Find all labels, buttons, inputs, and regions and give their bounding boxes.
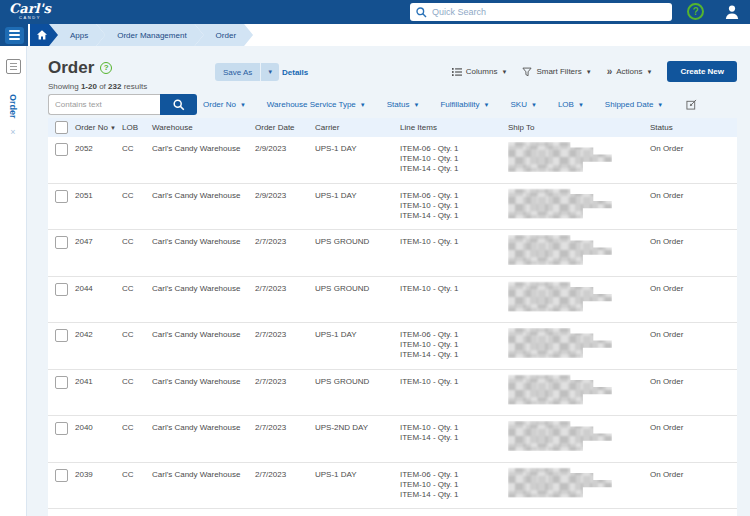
table-row[interactable]: 2047 CC Carl's Candy Warehouse 2/7/2023 … bbox=[48, 230, 737, 277]
filter-order-no[interactable]: Order No▼ bbox=[203, 100, 246, 109]
cell-line-items: ITEM-06 - Qty. 1ITEM-10 - Qty. 1ITEM-14 … bbox=[400, 184, 508, 230]
table-row[interactable]: 2042 CC Carl's Candy Warehouse 2/7/2023 … bbox=[48, 323, 737, 370]
line-item: ITEM-14 - Qty. 1 bbox=[400, 433, 508, 443]
cell-order-no[interactable]: 2041 bbox=[75, 370, 122, 416]
funnel-icon bbox=[522, 67, 532, 77]
table-row[interactable]: 2041 CC Carl's Candy Warehouse 2/7/2023 … bbox=[48, 370, 737, 417]
line-item: ITEM-06 - Qty. 1 bbox=[400, 144, 508, 154]
save-as-caret-icon[interactable]: ▼ bbox=[260, 63, 279, 81]
quick-search-input[interactable] bbox=[432, 7, 666, 17]
header-order-date[interactable]: Order Date bbox=[255, 123, 315, 132]
cell-warehouse: Carl's Candy Warehouse bbox=[152, 323, 255, 369]
select-all-checkbox[interactable] bbox=[55, 121, 68, 134]
header-order-no[interactable]: Order No▼ bbox=[75, 123, 122, 132]
title-help-icon[interactable]: ? bbox=[100, 62, 112, 74]
double-chevron-right-icon: » bbox=[607, 68, 613, 76]
line-item: ITEM-10 - Qty. 1 bbox=[400, 154, 508, 164]
cell-lob: CC bbox=[122, 184, 152, 230]
breadcrumb-apps[interactable]: Apps bbox=[49, 24, 105, 46]
cell-order-no[interactable]: 2039 bbox=[75, 463, 122, 509]
cell-order-date: 2/7/2023 bbox=[255, 370, 315, 416]
cell-order-no[interactable]: 2040 bbox=[75, 416, 122, 462]
cell-ship-to bbox=[508, 230, 650, 276]
cell-order-no[interactable]: 2051 bbox=[75, 184, 122, 230]
cell-carrier: UPS-2ND DAY bbox=[315, 416, 400, 462]
brand-logo-text: Carl's bbox=[9, 2, 51, 15]
side-rail: Order × bbox=[0, 46, 27, 516]
cell-line-items: ITEM-10 - Qty. 1 bbox=[400, 230, 508, 276]
columns-button[interactable]: Columns ▼ bbox=[452, 67, 508, 77]
filter-fulfillability[interactable]: Fulfillability▼ bbox=[440, 100, 489, 109]
cell-order-date: 2/7/2023 bbox=[255, 277, 315, 323]
smart-filters-button[interactable]: Smart Filters ▼ bbox=[522, 67, 591, 77]
header-line-items[interactable]: Line Items bbox=[400, 123, 508, 132]
cell-order-date: 2/7/2023 bbox=[255, 416, 315, 462]
orders-table: Order No▼ LOB Warehouse Order Date Carri… bbox=[48, 118, 737, 516]
help-icon[interactable]: ? bbox=[687, 3, 704, 20]
table-row[interactable]: 2039 CC Carl's Candy Warehouse 2/7/2023 … bbox=[48, 463, 737, 510]
close-icon[interactable]: × bbox=[0, 127, 26, 137]
breadcrumb: Apps Order Management Order bbox=[58, 24, 253, 46]
row-checkbox[interactable] bbox=[55, 143, 68, 156]
cell-order-no[interactable]: 2042 bbox=[75, 323, 122, 369]
cell-order-no[interactable]: 2052 bbox=[75, 137, 122, 183]
search-button[interactable] bbox=[160, 94, 197, 115]
row-checkbox[interactable] bbox=[55, 469, 68, 482]
cell-order-no[interactable]: 2047 bbox=[75, 230, 122, 276]
smart-filters-label: Smart Filters bbox=[536, 67, 581, 76]
header-ship-to[interactable]: Ship To bbox=[508, 123, 650, 132]
cell-ship-to bbox=[508, 463, 650, 509]
quick-search-box[interactable] bbox=[410, 3, 672, 21]
ship-to-redacted bbox=[508, 142, 612, 172]
header-status[interactable]: Status bbox=[650, 123, 737, 132]
table-row[interactable]: 2051 CC Carl's Candy Warehouse 2/9/2023 … bbox=[48, 184, 737, 231]
cell-line-items: ITEM-10 - Qty. 1ITEM-14 - Qty. 1 bbox=[400, 416, 508, 462]
header-carrier[interactable]: Carrier bbox=[315, 123, 400, 132]
cell-status: On Order bbox=[650, 230, 737, 276]
details-link[interactable]: Details bbox=[282, 68, 308, 77]
contains-text-input[interactable] bbox=[48, 94, 160, 115]
row-checkbox[interactable] bbox=[55, 376, 68, 389]
cell-lob: CC bbox=[122, 323, 152, 369]
filter-warehouse-service-type[interactable]: Warehouse Service Type▼ bbox=[267, 100, 366, 109]
line-item: ITEM-10 - Qty. 1 bbox=[400, 423, 508, 433]
filter-lob[interactable]: LOB▼ bbox=[558, 100, 584, 109]
cell-order-no[interactable]: 2044 bbox=[75, 277, 122, 323]
ship-to-redacted bbox=[508, 282, 612, 312]
filter-shipped-date[interactable]: Shipped Date▼ bbox=[605, 100, 663, 109]
cell-line-items: ITEM-10 - Qty. 1 bbox=[400, 277, 508, 323]
row-checkbox[interactable] bbox=[55, 236, 68, 249]
document-icon[interactable] bbox=[6, 59, 21, 74]
row-checkbox[interactable] bbox=[55, 190, 68, 203]
cell-warehouse: Carl's Candy Warehouse bbox=[152, 463, 255, 509]
row-checkbox[interactable] bbox=[55, 329, 68, 342]
user-icon[interactable] bbox=[724, 4, 740, 20]
rail-tab-order[interactable]: Order bbox=[8, 94, 18, 119]
results-count: Showing 1-20 of 232 results bbox=[48, 82, 147, 91]
save-as-label[interactable]: Save As bbox=[215, 63, 260, 81]
table-row[interactable]: 2044 CC Carl's Candy Warehouse 2/7/2023 … bbox=[48, 277, 737, 324]
ship-to-redacted bbox=[508, 235, 612, 265]
row-checkbox[interactable] bbox=[55, 422, 68, 435]
actions-button[interactable]: » Actions ▼ bbox=[607, 67, 653, 76]
cell-line-items: ITEM-06 - Qty. 1ITEM-10 - Qty. 1ITEM-14 … bbox=[400, 137, 508, 183]
results-total: 232 bbox=[108, 82, 121, 91]
header-warehouse[interactable]: Warehouse bbox=[152, 123, 255, 132]
table-row[interactable]: 2040 CC Carl's Candy Warehouse 2/7/2023 … bbox=[48, 416, 737, 463]
breadcrumb-order-management[interactable]: Order Management bbox=[96, 24, 203, 46]
filter-sku[interactable]: SKU▼ bbox=[510, 100, 536, 109]
edit-filters-icon[interactable] bbox=[686, 99, 697, 110]
menu-icon[interactable] bbox=[5, 27, 24, 44]
cell-carrier: UPS GROUND bbox=[315, 230, 400, 276]
save-as-button[interactable]: Save As ▼ bbox=[215, 63, 279, 81]
brand-logo[interactable]: Carl's CANDY bbox=[9, 2, 51, 20]
ship-to-redacted bbox=[508, 421, 612, 451]
chevron-down-icon: ▼ bbox=[586, 69, 592, 75]
create-new-button[interactable]: Create New bbox=[667, 61, 737, 82]
line-item: ITEM-10 - Qty. 1 bbox=[400, 201, 508, 211]
header-lob[interactable]: LOB bbox=[122, 123, 152, 132]
table-body: 2052 CC Carl's Candy Warehouse 2/9/2023 … bbox=[48, 137, 737, 509]
table-row[interactable]: 2052 CC Carl's Candy Warehouse 2/9/2023 … bbox=[48, 137, 737, 184]
filter-status[interactable]: Status▼ bbox=[387, 100, 420, 109]
row-checkbox[interactable] bbox=[55, 283, 68, 296]
